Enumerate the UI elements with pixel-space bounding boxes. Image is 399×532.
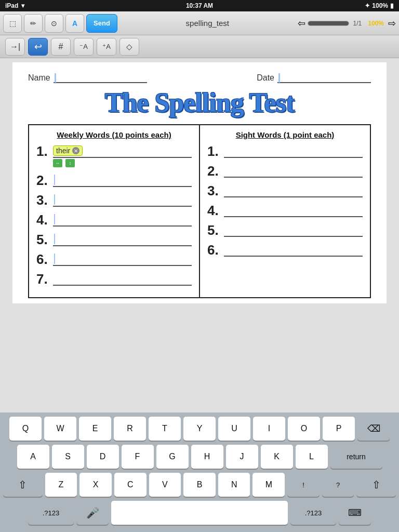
sight-item-3: 3. — [207, 184, 363, 197]
status-time: 10:37 AM — [186, 2, 213, 9]
key-f[interactable]: F — [122, 445, 154, 469]
mic-key[interactable]: 🎤 — [76, 501, 109, 525]
sight-input-2[interactable] — [224, 164, 363, 178]
tab-button[interactable]: →| — [5, 38, 25, 56]
weekly-item-5: 5. — [36, 233, 192, 246]
progress-bar — [308, 21, 349, 26]
key-j[interactable]: J — [226, 445, 258, 469]
undo-button[interactable]: ↩ — [28, 38, 48, 56]
secondary-toolbar: →| ↩ # ⁻A ⁺A ◇ — [0, 35, 399, 58]
sight-item-1: 1. — [207, 144, 363, 158]
word-input-1[interactable]: their ✕ — [53, 144, 192, 158]
pen-tool-button[interactable]: ✏ — [24, 14, 43, 33]
key-question[interactable]: ? — [322, 473, 354, 497]
weekly-item-1: 1. their ✕ ↔ ↕ — [36, 144, 192, 167]
progress-fill — [308, 21, 349, 25]
columns: Weekly Words (10 points each) 1. their ✕… — [28, 124, 371, 298]
keyboard-dismiss-key[interactable]: ⌨ — [339, 501, 371, 525]
page: Name Date The Spelling Test Weekly Words… — [12, 62, 387, 303]
name-line[interactable] — [54, 73, 147, 83]
word-input-4[interactable] — [53, 213, 192, 227]
sight-num-2: 2. — [207, 164, 224, 178]
key-d[interactable]: D — [87, 445, 119, 469]
key-t[interactable]: T — [149, 417, 181, 441]
word-input-6[interactable] — [53, 252, 192, 266]
date-line[interactable] — [277, 73, 371, 83]
tag-remove-button[interactable]: ✕ — [72, 147, 79, 154]
key-p[interactable]: P — [323, 417, 355, 441]
sight-input-3[interactable] — [224, 184, 363, 197]
word-input-3[interactable] — [53, 193, 192, 207]
name-date-row: Name Date — [28, 73, 371, 83]
numbers-key-left[interactable]: .?123 — [28, 501, 74, 525]
key-m[interactable]: M — [252, 473, 285, 497]
key-h[interactable]: H — [191, 445, 223, 469]
key-o[interactable]: O — [288, 417, 320, 441]
battery-label: 100% — [372, 2, 388, 9]
sight-item-6: 6. — [207, 243, 363, 257]
keyboard: Q W E R T Y U I O P ⌫ A S D F G H J K L … — [0, 413, 399, 532]
camera-button[interactable]: ⊙ — [45, 14, 63, 33]
weekly-line-2 — [53, 174, 192, 187]
key-c[interactable]: C — [114, 473, 147, 497]
weekly-item-3: 3. — [36, 193, 192, 207]
key-exclaim[interactable]: ! — [287, 473, 320, 497]
resize-handle-left[interactable]: ↔ — [53, 159, 62, 167]
weekly-line-6 — [53, 252, 192, 266]
nav-back-icon[interactable]: ⇦ — [298, 18, 305, 29]
key-a[interactable]: A — [17, 445, 49, 469]
status-bar: iPad ▾ 10:37 AM ✦ 100% ▮ — [0, 0, 399, 11]
eraser-button[interactable]: ◇ — [119, 38, 139, 56]
key-e[interactable]: E — [79, 417, 111, 441]
nav-forward-icon[interactable]: ⇨ — [388, 18, 396, 29]
sight-input-5[interactable] — [224, 223, 363, 237]
key-w[interactable]: W — [44, 417, 76, 441]
word-input-7[interactable] — [53, 272, 192, 286]
shift-right-key[interactable]: ⇧ — [356, 473, 396, 497]
word-input-2[interactable] — [53, 174, 192, 187]
sight-input-4[interactable] — [224, 204, 363, 217]
word-tag-their: their ✕ — [53, 145, 83, 156]
sight-input-6[interactable] — [224, 243, 363, 257]
key-k[interactable]: K — [261, 445, 293, 469]
key-r[interactable]: R — [114, 417, 146, 441]
send-button[interactable]: Send — [86, 14, 117, 33]
numbers-key-right[interactable]: .?123 — [290, 501, 336, 525]
sight-item-4: 4. — [207, 204, 363, 217]
resize-handle-height[interactable]: ↕ — [65, 159, 75, 167]
key-i[interactable]: I — [253, 417, 285, 441]
key-z[interactable]: Z — [45, 473, 77, 497]
key-l[interactable]: L — [296, 445, 328, 469]
key-v[interactable]: V — [149, 473, 181, 497]
sight-line-3 — [224, 184, 363, 197]
space-key[interactable] — [111, 501, 288, 525]
status-right: ✦ 100% ▮ — [365, 2, 394, 9]
sight-num-3: 3. — [207, 184, 224, 197]
return-key[interactable]: return — [330, 445, 382, 469]
increase-font-button[interactable]: ⁺A — [97, 38, 116, 56]
decrease-font-button[interactable]: ⁻A — [74, 38, 94, 56]
key-y[interactable]: Y — [183, 417, 216, 441]
sight-num-4: 4. — [207, 204, 224, 217]
hash-button[interactable]: # — [51, 38, 71, 56]
name-field: Name — [28, 73, 147, 83]
weekly-num-2: 2. — [36, 174, 53, 187]
sight-num-6: 6. — [207, 243, 224, 257]
key-s[interactable]: S — [52, 445, 84, 469]
sight-input-1[interactable] — [224, 144, 363, 158]
key-g[interactable]: G — [156, 445, 189, 469]
backspace-key[interactable]: ⌫ — [357, 417, 390, 441]
shift-left-key[interactable]: ⇧ — [3, 473, 43, 497]
undo-back-button[interactable]: ⬚ — [3, 14, 22, 33]
key-u[interactable]: U — [218, 417, 250, 441]
key-n[interactable]: N — [218, 473, 250, 497]
name-cursor — [55, 73, 56, 83]
key-b[interactable]: B — [183, 473, 216, 497]
key-x[interactable]: X — [79, 473, 112, 497]
word-input-5[interactable] — [53, 233, 192, 246]
keyboard-row-4: .?123 🎤 .?123 ⌨ — [3, 501, 396, 525]
weekly-num-3: 3. — [36, 193, 53, 207]
weekly-item-6: 6. — [36, 252, 192, 266]
key-q[interactable]: Q — [9, 417, 42, 441]
text-button[interactable]: A — [65, 14, 84, 33]
